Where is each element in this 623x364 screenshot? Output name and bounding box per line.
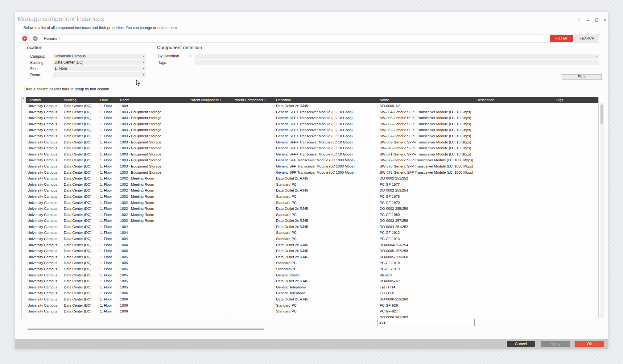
cell-definition: Standard-PC <box>274 303 378 309</box>
row-indicator-cell <box>22 182 26 188</box>
help-icon[interactable]: ? <box>576 17 583 23</box>
table-row[interactable]: University CampusData Center (DC)1. Floo… <box>22 139 598 146</box>
table-row[interactable]: University CampusData Center (DC)1. Floo… <box>22 308 598 315</box>
cell-name: TEL-1715 <box>378 290 475 296</box>
restore-icon[interactable] <box>593 17 600 23</box>
table-row[interactable]: University CampusData Center (DC)1. Floo… <box>22 303 598 309</box>
cell-name: SW-062-Generic SFP+ Transceiver Module (… <box>378 127 475 133</box>
row-indicator-cell <box>22 248 26 254</box>
table-row[interactable]: University CampusData Center (DC)1. Floo… <box>22 145 598 151</box>
add-icon[interactable]: + <box>22 36 27 41</box>
table-row[interactable]: University CampusData Center (DC)1. Floo… <box>22 176 598 182</box>
cell-editor-input[interactable] <box>377 319 475 326</box>
by-definition-select[interactable]: By Definition ▾ <box>158 54 193 58</box>
tags-input[interactable] <box>195 60 599 65</box>
column-header-location[interactable]: Location <box>26 97 62 103</box>
column-header-name[interactable]: Name <box>378 97 475 103</box>
table-row[interactable]: University CampusData Center (DC)1. Floo… <box>22 206 598 212</box>
cell-tags <box>554 290 598 296</box>
cell-definition: Generic SFP Transceiver Module (LC 1000 … <box>274 170 378 176</box>
table-row[interactable]: University CampusData Center (DC)1. Floo… <box>22 170 598 176</box>
table-row[interactable]: University CampusData Center (DC)1. Floo… <box>22 200 598 206</box>
row-indicator-header: * <box>22 97 26 103</box>
table-row[interactable]: DO-0006-261/262 <box>22 315 598 318</box>
table-row[interactable]: University CampusData Center (DC)1. Floo… <box>22 266 598 272</box>
vertical-scrollbar[interactable] <box>600 103 604 318</box>
reports-menu[interactable]: Reports <box>44 36 57 41</box>
column-header-building[interactable]: Building <box>62 97 98 103</box>
table-row[interactable]: University CampusData Center (DC)1. Floo… <box>22 163 598 170</box>
table-row[interactable]: University CampusData Center (DC)1. Floo… <box>22 182 598 188</box>
column-header-tags[interactable]: Tags <box>554 97 599 103</box>
horizontal-scrollbar-thumb[interactable] <box>27 329 264 330</box>
table-row[interactable]: University CampusData Center (DC)1. Floo… <box>22 260 598 266</box>
table-row[interactable]: University CampusData Center (DC)1. Floo… <box>22 236 598 242</box>
table-row[interactable]: University CampusData Center (DC)1. Floo… <box>22 151 598 158</box>
table-row[interactable]: University CampusData Center (DC)1. Floo… <box>22 290 598 296</box>
add-dropdown-caret-icon[interactable]: ▾ <box>28 37 30 40</box>
column-header-parent-component-1[interactable]: Parent component.1 <box>188 97 232 103</box>
table-row[interactable]: University CampusData Center (DC)1. Floo… <box>22 230 598 236</box>
table-row[interactable]: University CampusData Center (DC)1. Floo… <box>22 212 598 218</box>
column-header-floor[interactable]: Floor <box>98 97 118 103</box>
table-row[interactable]: University CampusData Center (DC)1. Floo… <box>22 109 598 115</box>
cancel-button[interactable]: Cancel <box>507 341 535 347</box>
column-header-definition[interactable]: Definition <box>274 97 378 103</box>
cell-definition: Data Outlet 2x RJ45 <box>274 103 378 109</box>
table-row[interactable]: University CampusData Center (DC)1. Floo… <box>22 133 598 139</box>
cell-location: University Campus <box>26 176 62 182</box>
cell-floor: 1. Floor <box>98 303 118 309</box>
cell-location: University Campus <box>26 151 62 158</box>
table-row[interactable]: University CampusData Center (DC)1. Floo… <box>22 188 598 194</box>
close-icon[interactable]: × <box>602 17 609 23</box>
table-row[interactable]: University CampusData Center (DC)1. Floo… <box>22 115 598 121</box>
cell-description <box>475 182 554 188</box>
search-tab-button[interactable]: SEARCH <box>575 35 599 42</box>
table-row[interactable]: University CampusData Center (DC)1. Floo… <box>22 278 598 284</box>
table-row[interactable]: University CampusData Center (DC)1. Floo… <box>22 224 598 230</box>
table-row[interactable]: University CampusData Center (DC)1. Floo… <box>22 272 598 279</box>
table-row[interactable]: University CampusData Center (DC)1. Floo… <box>22 248 598 254</box>
table-row[interactable]: University CampusData Center (DC)1. Floo… <box>22 127 598 133</box>
cell-parent-component-2 <box>232 218 274 224</box>
column-header-parent-component-2[interactable]: Parent Component.2 <box>232 97 274 103</box>
table-row[interactable]: University CampusData Center (DC)1. Floo… <box>22 194 598 200</box>
room-select[interactable]: ▾ <box>53 72 146 77</box>
floor-select[interactable]: 1. Floor ▾ <box>53 66 146 71</box>
table-row[interactable]: University CampusData Center (DC)1. Floo… <box>22 121 598 127</box>
vertical-scrollbar-thumb[interactable] <box>600 105 603 124</box>
apply-filter-button[interactable]: Filter <box>562 74 602 80</box>
cell-parent-component-1 <box>188 218 232 224</box>
cell-parent-component-2 <box>232 236 274 242</box>
table-row[interactable]: University CampusData Center (DC)1. Floo… <box>22 157 598 163</box>
definition-value-select[interactable]: ▾ <box>195 54 599 59</box>
campus-select[interactable]: University Campus ▾ <box>53 54 146 59</box>
cell-room: 1003 - Equipment Storage <box>118 133 188 139</box>
table-row[interactable]: University CampusData Center (DC)1. Floo… <box>22 254 598 260</box>
building-select[interactable]: Data Center (DC) ▾ <box>53 60 146 65</box>
row-indicator-cell <box>22 157 26 163</box>
ok-button[interactable]: Ok <box>575 341 604 347</box>
table-row[interactable]: University CampusData Center (DC)1. Floo… <box>22 284 598 291</box>
cell-location: University Campus <box>26 194 62 200</box>
cell-description <box>475 157 554 163</box>
column-header-room[interactable]: Room <box>118 97 188 103</box>
cell-definition: Data Outlet 2x RJ45 <box>274 206 378 212</box>
cell-name: PC-GF-1979 <box>378 200 475 206</box>
remove-icon[interactable]: − <box>33 36 38 41</box>
filter-tab-button[interactable]: FILTER <box>550 35 573 42</box>
cell-floor: 1. Floor <box>98 157 118 163</box>
table-row[interactable]: University CampusData Center (DC)1. Floo… <box>22 103 598 109</box>
cell-description <box>475 248 554 254</box>
cell-description <box>475 115 554 121</box>
minimize-icon[interactable]: – <box>584 17 591 23</box>
table-row[interactable]: University CampusData Center (DC)1. Floo… <box>22 218 598 224</box>
cell-building: Data Center (DC) <box>62 133 98 139</box>
apply-button[interactable]: Apply <box>541 341 570 347</box>
cell-building: Data Center (DC) <box>62 194 98 200</box>
table-row[interactable]: University CampusData Center (DC)1. Floo… <box>22 296 598 303</box>
cell-location: University Campus <box>26 284 62 291</box>
table-row[interactable]: University CampusData Center (DC)1. Floo… <box>22 242 598 248</box>
column-header-description[interactable]: Description <box>475 97 554 103</box>
tags-browse-ellipsis-icon[interactable]: … <box>592 60 596 64</box>
